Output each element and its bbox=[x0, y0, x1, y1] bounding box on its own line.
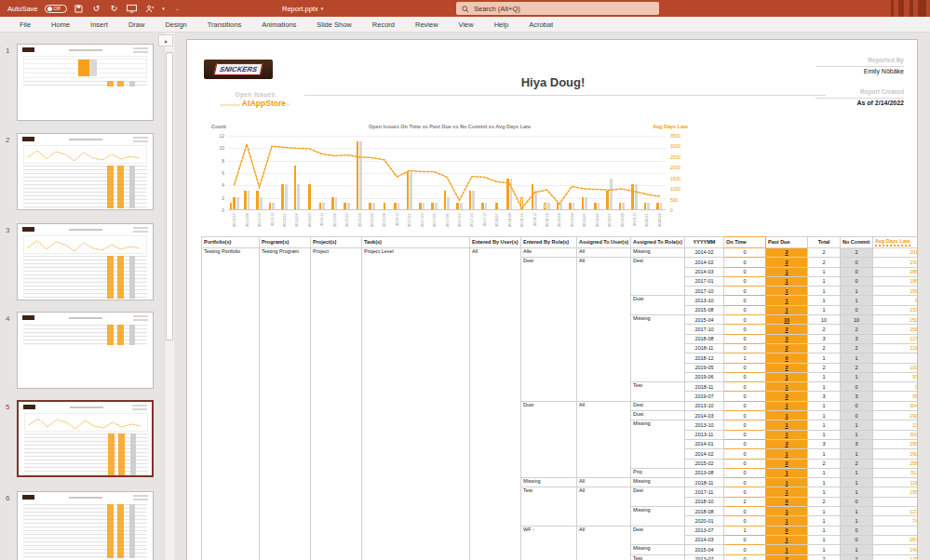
share-icon[interactable] bbox=[144, 3, 155, 14]
x-axis-label: 2019-04 bbox=[570, 213, 574, 235]
total-cell: 1 bbox=[808, 276, 841, 286]
slide-thumbnail-4[interactable] bbox=[17, 312, 154, 389]
no-commit-cell: 0 bbox=[841, 305, 873, 314]
slide-number-6: 6 bbox=[6, 494, 15, 502]
total-cell: 1 bbox=[808, 420, 841, 430]
quick-access-overflow-icon[interactable]: ⌄ bbox=[172, 3, 183, 14]
collapse-thumbnails-icon[interactable]: ▲ bbox=[158, 34, 173, 47]
past-due-cell: 2 bbox=[766, 459, 808, 468]
on-time-cell: 0 bbox=[724, 554, 766, 560]
column-header: No Commit bbox=[841, 237, 873, 248]
assigned-to-role-cell: Missing bbox=[631, 248, 685, 258]
avg-days-late-cell: 3009.0 bbox=[873, 430, 919, 439]
yyyymm-cell: 2013-07 bbox=[685, 526, 724, 535]
on-time-cell: 1 bbox=[724, 353, 766, 363]
x-axis-label: 2014-02 bbox=[294, 213, 299, 235]
open-issues-table[interactable]: Portfolio(s)Program(s)Project(s)Task(s)E… bbox=[201, 236, 918, 560]
avg-days-late-cell: 1274.3 bbox=[873, 334, 919, 343]
past-due-cell: 3 bbox=[766, 334, 808, 343]
past-due-cell: 3 bbox=[766, 392, 808, 401]
on-time-cell: 0 bbox=[724, 516, 766, 526]
left-axis-tick: 4 bbox=[208, 182, 224, 188]
slide-thumbnail-6[interactable] bbox=[17, 491, 154, 560]
right-axis-tick: 2500 bbox=[670, 154, 687, 160]
search-bar[interactable] bbox=[456, 2, 659, 15]
yyyymm-cell: 2018-08 bbox=[685, 507, 724, 516]
no-commit-cell: 0 bbox=[841, 276, 873, 286]
tab-draw[interactable]: Draw bbox=[118, 17, 155, 33]
yyyymm-cell: 2013-10 bbox=[685, 296, 724, 305]
past-due-cell: 1 bbox=[766, 449, 808, 459]
filter-cell: Testing Portfolio bbox=[202, 248, 260, 560]
tab-home[interactable]: Home bbox=[41, 17, 80, 33]
yyyymm-cell: 2014-03 bbox=[685, 535, 724, 544]
yyyymm-cell: 2013-08 bbox=[685, 468, 724, 477]
tab-insert[interactable]: Insert bbox=[80, 17, 118, 33]
assigned-to-role-cell: Desi bbox=[631, 258, 685, 296]
slide-thumbnail-preview bbox=[18, 224, 153, 300]
x-axis-label: 2015-08 bbox=[382, 213, 386, 235]
slide-thumbnail-1[interactable] bbox=[17, 44, 154, 121]
x-axis-label: 2013-07 bbox=[232, 213, 236, 235]
tab-design[interactable]: Design bbox=[155, 17, 196, 33]
left-axis-tick: 0 bbox=[208, 207, 224, 213]
tab-animations[interactable]: Animations bbox=[251, 17, 306, 33]
chevron-down-icon[interactable]: ▾ bbox=[158, 3, 169, 14]
thumbnail-scrollbar[interactable] bbox=[164, 33, 174, 560]
on-time-cell: 0 bbox=[724, 267, 766, 276]
tab-acrobat[interactable]: Acrobat bbox=[519, 17, 563, 33]
document-title[interactable]: Report.pptx ▾ bbox=[282, 0, 323, 17]
present-from-beginning-icon[interactable] bbox=[127, 3, 138, 14]
on-time-cell: 0 bbox=[724, 401, 766, 410]
slide-thumbnail-preview bbox=[18, 134, 153, 209]
left-axis-tick: 6 bbox=[208, 170, 224, 176]
yyyymm-cell: 2015-04 bbox=[685, 315, 724, 325]
slide-thumbnail-3[interactable] bbox=[17, 223, 154, 300]
slide-greeting-title[interactable]: Hiya Doug! bbox=[413, 75, 693, 89]
slide-number-5: 5 bbox=[6, 403, 15, 411]
tab-file[interactable]: File bbox=[9, 17, 41, 33]
slide-5-editing-surface[interactable]: SNICKERS Open Issues powered by AtAppSto… bbox=[186, 39, 918, 560]
search-input[interactable] bbox=[474, 5, 641, 13]
ribbon-tab-bar: FileHomeInsertDrawDesignTransitionsAnima… bbox=[0, 17, 930, 33]
open-issues-chart[interactable]: Count Open Issues On Time vs Past Due vs… bbox=[208, 122, 688, 235]
avg-days-late-cell: 3043.0 bbox=[873, 401, 919, 410]
x-axis-label: 2019-07 bbox=[607, 213, 612, 235]
x-axis-label: 2014-03 bbox=[307, 213, 312, 235]
tab-transitions[interactable]: Transitions bbox=[197, 17, 251, 33]
slide-thumbnail-2[interactable] bbox=[17, 133, 154, 210]
past-due-cell: 2 bbox=[766, 554, 808, 560]
scrollbar-thumb[interactable] bbox=[166, 52, 173, 340]
right-axis-tick: 2000 bbox=[670, 165, 687, 170]
x-axis-label: 2017-05 bbox=[432, 213, 437, 235]
undo-icon[interactable]: ↺ bbox=[91, 3, 102, 14]
past-due-cell: 1 bbox=[766, 382, 808, 392]
no-commit-cell: 0 bbox=[841, 382, 873, 392]
on-time-cell: 0 bbox=[724, 420, 766, 430]
snickers-logo[interactable]: SNICKERS bbox=[204, 60, 273, 79]
report-created-divider bbox=[815, 98, 904, 99]
tab-help[interactable]: Help bbox=[484, 17, 519, 33]
x-axis-label: 2013-08 bbox=[245, 213, 249, 235]
on-time-cell: 0 bbox=[724, 343, 766, 353]
slide-thumbnail-5[interactable] bbox=[17, 400, 154, 477]
total-cell: 3 bbox=[808, 334, 841, 343]
no-commit-cell: 1 bbox=[841, 478, 873, 487]
assigned-to-user-cell: All bbox=[577, 526, 631, 560]
autosave-state: Off bbox=[54, 6, 61, 11]
tab-view[interactable]: View bbox=[449, 17, 484, 33]
tab-record[interactable]: Record bbox=[362, 17, 405, 33]
on-time-cell: 0 bbox=[724, 287, 766, 296]
column-header: Entered By Role(s) bbox=[521, 237, 577, 248]
tab-slide-show[interactable]: Slide Show bbox=[306, 17, 362, 33]
on-time-cell: 0 bbox=[724, 449, 766, 459]
avg-days-late-cell: 0.0 bbox=[873, 497, 919, 506]
no-commit-cell: 1 bbox=[841, 516, 873, 526]
column-header: On Time bbox=[724, 237, 766, 248]
redo-icon[interactable]: ↻ bbox=[109, 3, 120, 14]
assigned-to-user-cell: All bbox=[577, 487, 631, 526]
tab-review[interactable]: Review bbox=[405, 17, 449, 33]
autosave-toggle[interactable]: Off bbox=[45, 5, 67, 13]
save-icon[interactable] bbox=[74, 3, 85, 14]
total-cell: 1 bbox=[808, 526, 841, 535]
